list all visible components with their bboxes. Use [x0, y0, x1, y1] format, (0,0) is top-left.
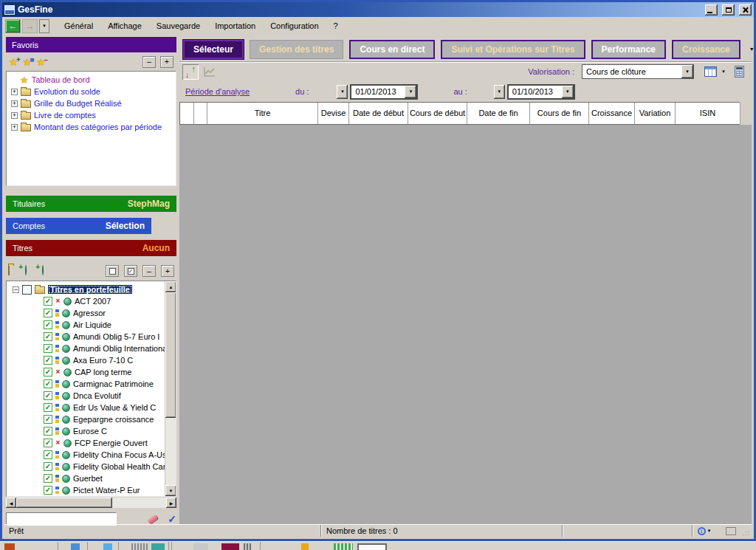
column-header-empty[interactable]: [194, 103, 207, 124]
organize-favorites-icon[interactable]: ★■: [23, 57, 32, 67]
checked-checkbox-icon[interactable]: [44, 450, 52, 459]
titres-item-fidelity-global-health-care-a[interactable]: Fidelity Global Health Care A: [7, 461, 176, 472]
quotes-tool-button[interactable]: ↑ ↓: [182, 64, 199, 80]
favoris-item-montant-des-cat-gories-par-p-riode[interactable]: +Montant des catégories par période: [7, 121, 176, 133]
titres-vertical-scrollbar[interactable]: ▲ ▼: [165, 281, 176, 496]
tab-performance[interactable]: Performance: [591, 40, 666, 59]
collapse-icon[interactable]: –: [13, 286, 19, 293]
scroll-up-icon[interactable]: ▲: [165, 281, 176, 292]
checked-checkbox-icon[interactable]: [44, 309, 52, 317]
chevron-down-icon[interactable]: ▼: [562, 86, 574, 98]
menu-item-affichage[interactable]: Affichage: [100, 19, 149, 32]
checked-checkbox-icon[interactable]: [44, 403, 52, 412]
titres-item-axa-euro-7-10-c[interactable]: Axa Euro 7-10 C: [7, 354, 176, 366]
titres-item-pictet-water-p-eur[interactable]: Pictet Water-P Eur: [7, 484, 176, 496]
favoris-item-livre-de-comptes[interactable]: +Livre de comptes: [7, 109, 176, 121]
columns-dropdown-icon[interactable]: ▼: [721, 69, 726, 74]
tab-s-lecteur[interactable]: Sélecteur: [183, 40, 244, 59]
calculator-icon[interactable]: [735, 66, 744, 78]
favoris-collapse-all-button[interactable]: –: [142, 56, 156, 68]
checked-checkbox-icon[interactable]: [44, 344, 52, 353]
titres-item-edr-us-value-yield-c[interactable]: Edr Us Value & Yield C: [7, 402, 176, 413]
remove-favorite-icon[interactable]: ★–: [36, 57, 46, 67]
column-header-titre[interactable]: Titre: [207, 103, 318, 124]
vertical-scroll-thumb[interactable]: [165, 292, 176, 418]
minimize-button[interactable]: [705, 4, 718, 16]
scroll-down-icon[interactable]: ▼: [165, 485, 176, 496]
du-preset-dropdown[interactable]: ▼: [337, 85, 348, 99]
date-fin-select[interactable]: 01/10/2013 ▼: [507, 84, 575, 100]
tab-suivi-et-op-rations-sur-titres[interactable]: Suivi et Opérations sur Titres: [441, 40, 585, 59]
tab-gestion-des-titres[interactable]: Gestion des titres: [250, 40, 343, 59]
add-title-icon[interactable]: +: [25, 266, 37, 276]
validate-check-icon[interactable]: ✓: [168, 513, 176, 525]
column-header-date-de-d-but[interactable]: Date de début: [349, 103, 408, 124]
titres-item-fidelity-china-focus-a-usd[interactable]: Fidelity China Focus A-Usd: [7, 449, 176, 461]
titres-item-fcp-energie-ouvert[interactable]: FCP Energie Ouvert: [7, 437, 176, 449]
expand-icon[interactable]: +: [11, 124, 18, 131]
menu-item-importation[interactable]: Importation: [207, 19, 263, 32]
scroll-left-icon[interactable]: ◀: [6, 498, 16, 508]
checked-checkbox-icon[interactable]: [44, 474, 52, 483]
titres-item-act-2007[interactable]: ACT 2007: [7, 295, 176, 307]
scroll-right-icon[interactable]: ▶: [166, 498, 176, 508]
expand-icon[interactable]: +: [11, 100, 18, 107]
titres-item-guerbet[interactable]: Guerbet: [7, 472, 176, 484]
column-header-date-de-fin[interactable]: Date de fin: [467, 103, 530, 124]
titres-root-row[interactable]: – Titres en portefeuille: [7, 283, 176, 295]
titres-horizontal-scrollbar[interactable]: ◀ ▶: [6, 498, 176, 508]
add-folder-icon[interactable]: +: [8, 266, 20, 276]
maximize-button[interactable]: [722, 4, 735, 16]
checked-checkbox-icon[interactable]: [44, 462, 52, 471]
menu-item-g-n-ral[interactable]: Général: [57, 19, 100, 32]
titres-item-egepargne-croissance[interactable]: Egepargne croissance: [7, 413, 176, 425]
checked-checkbox-icon[interactable]: [44, 439, 52, 447]
uncheck-all-button[interactable]: [106, 265, 119, 277]
checked-checkbox-icon[interactable]: [44, 320, 52, 329]
comptes-bar[interactable]: Comptes Sélection: [6, 218, 151, 234]
titulaires-bar[interactable]: Titulaires StephMag: [6, 196, 176, 212]
menu-item-sauvegarde[interactable]: Sauvegarde: [149, 19, 207, 32]
valorisation-select[interactable]: Cours de clôture ▼: [582, 64, 694, 79]
titres-collapse-all-button[interactable]: –: [142, 265, 156, 277]
titres-item-amundi-oblig-5-7-euro-i[interactable]: Amundi Oblig 5-7 Euro I: [7, 331, 176, 343]
checked-checkbox-icon[interactable]: [44, 486, 52, 495]
favoris-item-evolution-du-solde[interactable]: +Evolution du solde: [7, 86, 176, 97]
au-preset-dropdown[interactable]: ▼: [494, 85, 505, 99]
titres-expand-all-button[interactable]: +: [161, 265, 174, 277]
checked-checkbox-icon[interactable]: [44, 332, 52, 341]
tab-overflow-dropdown-icon[interactable]: ▼: [746, 45, 756, 53]
status-info-menu[interactable]: i ▼: [693, 525, 722, 537]
titres-item-cap-long-terme[interactable]: CAP long terme: [7, 366, 176, 378]
check-all-button[interactable]: ✓: [124, 265, 137, 277]
checked-checkbox-icon[interactable]: [44, 356, 52, 365]
forward-button[interactable]: →: [22, 19, 38, 33]
column-header-croissance[interactable]: Croissance: [589, 103, 635, 124]
periode-analyse-link[interactable]: Période d'analyse: [185, 87, 250, 96]
checked-checkbox-icon[interactable]: [44, 297, 52, 306]
checked-checkbox-icon[interactable]: [44, 379, 52, 388]
column-header-isin[interactable]: ISIN: [676, 103, 740, 124]
date-debut-select[interactable]: 01/01/2013 ▼: [350, 84, 418, 100]
chevron-down-icon[interactable]: ▼: [405, 86, 416, 98]
titres-root-label[interactable]: Titres en portefeuille: [48, 285, 132, 294]
favoris-expand-all-button[interactable]: +: [160, 56, 173, 68]
expand-icon[interactable]: +: [11, 112, 18, 119]
tab-cours-en-direct[interactable]: Cours en direct: [349, 40, 435, 59]
favoris-item-tableau-de-bord[interactable]: ★Tableau de bord: [7, 74, 176, 86]
titres-bar[interactable]: Titres Aucun: [6, 240, 176, 256]
back-button[interactable]: ←: [5, 19, 21, 33]
resize-grip[interactable]: .::: [740, 529, 752, 537]
nav-history-dropdown[interactable]: ▼: [39, 19, 49, 33]
titres-item-carmignac-patrimoine[interactable]: Carmignac Patrimoine: [7, 378, 176, 390]
column-header-cours-de-fin[interactable]: Cours de fin: [530, 103, 589, 124]
expand-icon[interactable]: +: [11, 89, 18, 95]
column-header-devise[interactable]: Devise: [318, 103, 349, 124]
import-titles-icon[interactable]: [42, 266, 54, 276]
chart-tool-button[interactable]: [202, 64, 218, 80]
column-header-cours-de-d-but[interactable]: Cours de début: [408, 103, 467, 124]
titres-item-air-liquide[interactable]: Air Liquide: [7, 319, 176, 331]
titres-item-agressor[interactable]: Agressor: [7, 307, 176, 319]
eraser-icon[interactable]: [147, 514, 158, 523]
checked-checkbox-icon[interactable]: [44, 391, 52, 400]
